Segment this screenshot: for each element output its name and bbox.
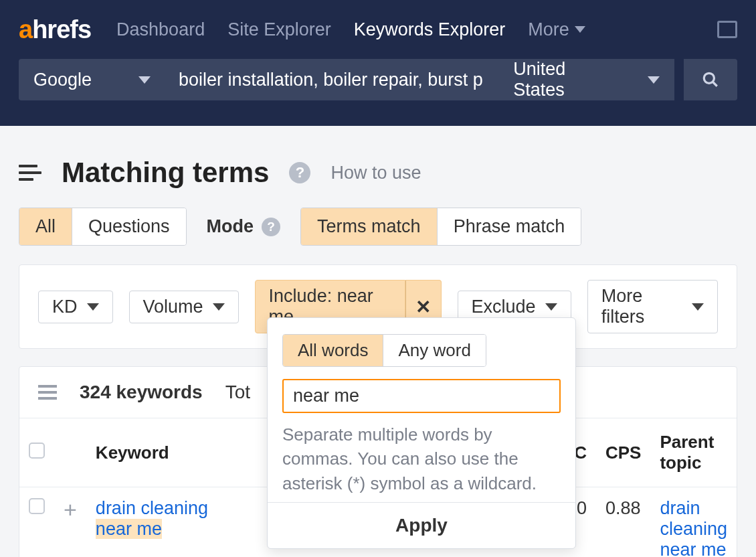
tab-phrase-match[interactable]: Phrase match	[437, 208, 581, 245]
page-title: Matching terms	[62, 157, 269, 189]
row-checkbox[interactable]	[29, 498, 45, 514]
search-icon	[702, 71, 719, 88]
include-mode-seg: All words Any word	[282, 334, 486, 367]
how-to-use-link[interactable]: How to use	[330, 163, 421, 183]
tab-terms-match[interactable]: Terms match	[301, 208, 437, 245]
keyword-link[interactable]: drain cleaning near me	[96, 498, 208, 539]
include-any-word[interactable]: Any word	[383, 335, 485, 366]
close-icon: ✕	[415, 296, 431, 318]
include-input[interactable]	[282, 379, 561, 413]
help-icon[interactable]: ?	[262, 218, 280, 236]
filter-exclude-label: Exclude	[472, 297, 536, 317]
drag-icon[interactable]	[38, 385, 57, 400]
chevron-down-icon	[545, 303, 557, 311]
filter-bar: KD Volume Include: near me ✕ Exclude Mor…	[19, 264, 737, 349]
tab-all[interactable]: All	[19, 208, 72, 245]
search-keywords-input[interactable]: boiler installation, boiler repair, burs…	[165, 59, 498, 100]
keyword-type-seg: All Questions	[19, 208, 187, 246]
apply-button[interactable]: Apply	[268, 502, 575, 548]
cell-cps: 0.88	[596, 487, 651, 558]
match-mode-seg: Terms match Phrase match	[300, 208, 581, 246]
filter-kd[interactable]: KD	[38, 291, 113, 323]
svg-point-0	[704, 73, 714, 83]
help-icon[interactable]: ?	[289, 162, 310, 183]
filter-kd-label: KD	[52, 297, 78, 317]
parent-line1: drain cleaning	[660, 498, 727, 539]
parent-topic-link[interactable]: drain cleaning near me	[660, 498, 727, 557]
expand-icon[interactable]: +	[64, 497, 77, 522]
chevron-down-icon	[138, 76, 151, 84]
country-select[interactable]: United States	[498, 59, 674, 100]
monitor-icon[interactable]	[717, 21, 737, 38]
col-parent[interactable]: Parent topic	[650, 418, 737, 487]
chevron-down-icon	[87, 303, 99, 311]
mode-label: Mode ?	[207, 216, 281, 237]
keyword-text: drain cleaning	[96, 498, 208, 518]
country-label: United States	[513, 59, 621, 100]
page-header: Matching terms ? How to use	[0, 126, 756, 205]
filter-more-label: More filters	[601, 286, 682, 327]
nav-more[interactable]: More	[528, 19, 585, 40]
menu-icon[interactable]	[19, 165, 41, 181]
brand-logo[interactable]: ahrefs	[19, 15, 91, 44]
search-keywords-value: boiler installation, boiler repair, burs…	[179, 70, 483, 90]
nav-more-label: More	[528, 19, 569, 40]
svg-line-1	[713, 82, 717, 86]
include-all-words[interactable]: All words	[283, 335, 383, 366]
chevron-down-icon	[575, 26, 585, 33]
col-keyword[interactable]: Keyword	[86, 418, 256, 487]
filter-volume[interactable]: Volume	[129, 291, 239, 323]
search-row: Google boiler installation, boiler repai…	[0, 59, 756, 126]
logo-a: a	[19, 15, 32, 44]
tabs-row: All Questions Mode ? Terms match Phrase …	[0, 205, 756, 264]
chevron-down-icon	[692, 303, 704, 311]
select-all-checkbox[interactable]	[29, 443, 45, 459]
parent-line2: near me	[660, 540, 726, 557]
include-dropdown: All words Any word Separate multiple wor…	[267, 317, 576, 549]
top-actions	[717, 21, 737, 38]
nav-site-explorer[interactable]: Site Explorer	[227, 19, 331, 40]
filter-more[interactable]: More filters	[587, 280, 718, 333]
chevron-down-icon	[213, 303, 225, 311]
mode-label-text: Mode	[207, 216, 254, 237]
include-help-text: Separate multiple words by commas. You c…	[282, 422, 561, 495]
total-label: Tot	[225, 382, 250, 403]
search-button[interactable]	[684, 59, 737, 100]
nav-dashboard[interactable]: Dashboard	[116, 19, 205, 40]
search-engine-label: Google	[33, 70, 92, 90]
col-cps[interactable]: CPS	[596, 418, 651, 487]
keyword-highlight: near me	[96, 519, 162, 539]
nav-items: Dashboard Site Explorer Keywords Explore…	[116, 19, 585, 40]
logo-rest: hrefs	[32, 15, 91, 44]
chevron-down-icon	[648, 76, 660, 84]
nav-keywords-explorer[interactable]: Keywords Explorer	[354, 19, 506, 40]
filter-volume-label: Volume	[143, 297, 203, 317]
tab-questions[interactable]: Questions	[72, 208, 186, 245]
keyword-count: 324 keywords	[80, 382, 203, 403]
top-nav: ahrefs Dashboard Site Explorer Keywords …	[0, 0, 756, 59]
search-engine-select[interactable]: Google	[19, 59, 165, 100]
